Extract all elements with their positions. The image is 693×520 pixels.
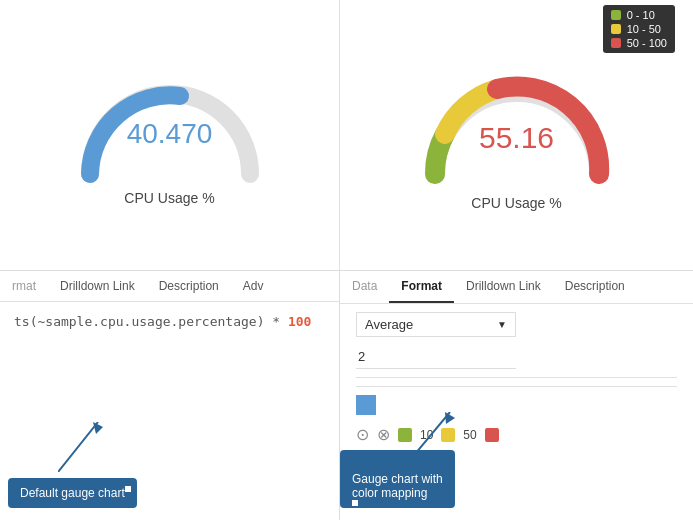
decimal-input[interactable]: [356, 345, 516, 369]
callout-right-container: Gauge chart with color mapping: [340, 450, 455, 508]
tab-right-description[interactable]: Description: [553, 271, 637, 303]
tab-right-data-label: Data: [352, 279, 377, 293]
callout-right-box: Gauge chart with color mapping: [340, 450, 455, 508]
svg-line-0: [58, 422, 98, 472]
tab-right-drilldown[interactable]: Drilldown Link: [454, 271, 553, 303]
tab-left-format[interactable]: rmat: [0, 271, 48, 301]
tab-left-adv-label: Adv: [243, 279, 264, 293]
formula-start: ts(~sample.cpu.usage.percentage) *: [14, 314, 288, 329]
main-container: 40.470 CPU Usage % 0 - 10 10 - 50 50 - 1…: [0, 0, 693, 520]
right-gauge-wrapper: 55.16: [417, 59, 617, 189]
tab-right-format-label: Format: [401, 279, 442, 293]
svg-marker-1: [93, 422, 103, 434]
legend-entry-3: 50 - 100: [611, 37, 667, 49]
tab-right-drilldown-label: Drilldown Link: [466, 279, 541, 293]
legend-entry-1: 0 - 10: [611, 9, 667, 21]
tab-left-adv[interactable]: Adv: [231, 271, 276, 301]
tab-left-drilldown-label: Drilldown Link: [60, 279, 135, 293]
format-divider-2: [356, 386, 677, 387]
formula-highlight: 100: [288, 314, 311, 329]
callout-arrow-left-svg: [58, 422, 118, 472]
right-gauge-panel: 0 - 10 10 - 50 50 - 100: [340, 0, 693, 270]
formula-text: ts(~sample.cpu.usage.percentage) * 100: [14, 314, 325, 329]
callout-left-label: Default gauge chart: [20, 486, 125, 500]
legend-range-3: 50 - 100: [627, 37, 667, 49]
tab-left-format-label: rmat: [12, 279, 36, 293]
aggregate-dropdown[interactable]: Average ▼: [356, 312, 516, 337]
chevron-down-icon: ▼: [497, 319, 507, 330]
left-gauge-panel: 40.470 CPU Usage %: [0, 0, 340, 270]
legend-dot-red: [611, 38, 621, 48]
left-bottom-panel: rmat Drilldown Link Description Adv: [0, 271, 340, 520]
right-bottom-panel: Data Format Drilldown Link Description: [340, 271, 693, 520]
left-gauge-label: CPU Usage %: [124, 190, 214, 206]
callout-left-container: Default gauge chart: [8, 478, 137, 508]
tab-right-description-label: Description: [565, 279, 625, 293]
color-legend-tooltip: 0 - 10 10 - 50 50 - 100: [603, 5, 675, 53]
swatch-red: [485, 428, 499, 442]
aggregate-value: Average: [365, 317, 413, 332]
tab-left-drilldown[interactable]: Drilldown Link: [48, 271, 147, 301]
formula-area: ts(~sample.cpu.usage.percentage) * 100: [0, 302, 339, 341]
format-divider-1: [356, 377, 677, 378]
callout-right-label: Gauge chart with color mapping: [352, 472, 443, 500]
legend-entry-2: 10 - 50: [611, 23, 667, 35]
left-gauge-wrapper: 40.470: [70, 64, 270, 184]
color-swatch[interactable]: [356, 395, 376, 415]
right-gauge-label: CPU Usage %: [471, 195, 561, 211]
circle-icon[interactable]: ⊙: [356, 425, 369, 444]
left-gauge-value: 40.470: [127, 118, 213, 150]
tab-right-format[interactable]: Format: [389, 271, 454, 303]
tab-left-description[interactable]: Description: [147, 271, 231, 301]
legend-range-1: 0 - 10: [627, 9, 655, 21]
legend-dot-green: [611, 10, 621, 20]
right-gauge-value: 55.16: [479, 121, 554, 155]
callout-left-box: Default gauge chart: [8, 478, 137, 508]
format-content-area: Average ▼ ⊙ ⊗ 10: [340, 304, 693, 452]
legend-dot-yellow: [611, 24, 621, 34]
tab-right-data[interactable]: Data: [340, 271, 389, 303]
svg-marker-3: [445, 412, 455, 424]
close-circle-icon[interactable]: ⊗: [377, 425, 390, 444]
legend-range-2: 10 - 50: [627, 23, 661, 35]
tab-left-description-label: Description: [159, 279, 219, 293]
right-tabs-row: Data Format Drilldown Link Description: [340, 271, 693, 304]
left-tabs-row: rmat Drilldown Link Description Adv: [0, 271, 339, 302]
